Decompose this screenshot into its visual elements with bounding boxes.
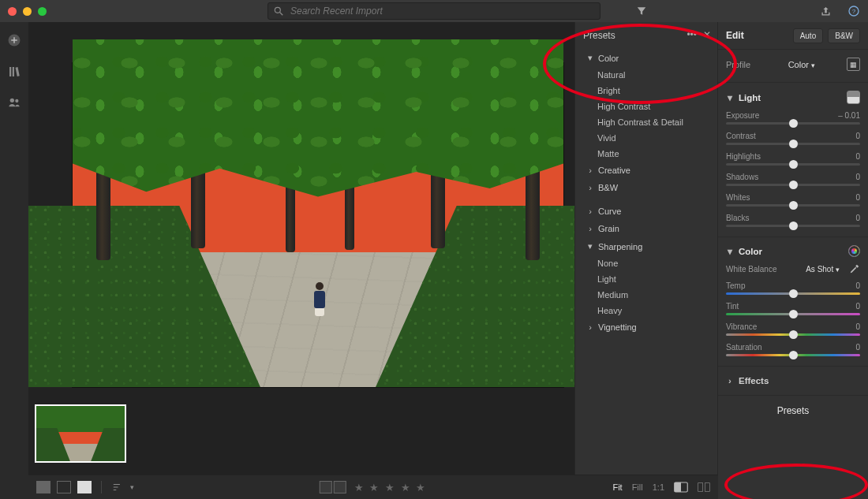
preset-group-label: Grain <box>598 224 619 233</box>
chevron-down-icon[interactable]: ▾ <box>726 246 734 257</box>
blacks-slider[interactable] <box>726 225 860 227</box>
chevron-right-icon: › <box>586 183 594 192</box>
slider-value[interactable]: 0 <box>855 281 860 290</box>
section-title: Light <box>739 93 761 102</box>
tone-curve-icon[interactable] <box>847 91 860 104</box>
preset-item[interactable]: Medium <box>575 287 717 303</box>
effects-section-header[interactable]: › Effects <box>718 367 868 396</box>
profile-browser-icon[interactable]: ▦ <box>847 58 860 71</box>
zoom-fit[interactable]: Fit <box>612 482 622 492</box>
chevron-down-icon: ▾ <box>836 266 840 274</box>
vibrance-slider[interactable] <box>726 333 860 336</box>
preset-group-label: B&W <box>598 183 618 192</box>
chevron-down-icon[interactable]: ▾ <box>130 483 134 491</box>
slider-label: Vibrance <box>726 322 757 331</box>
svg-text:?: ? <box>852 8 856 15</box>
highlights-slider[interactable] <box>726 163 860 166</box>
preset-item[interactable]: Light <box>575 271 717 287</box>
chevron-right-icon: › <box>586 207 594 216</box>
zoom-fill[interactable]: Fill <box>632 482 643 492</box>
help-icon[interactable]: ? <box>847 5 860 17</box>
slider-value[interactable]: 0 <box>855 132 860 140</box>
exposure-slider[interactable] <box>726 122 860 125</box>
window-controls <box>8 7 47 16</box>
flag-reject-icon[interactable] <box>334 481 346 493</box>
presets-close-icon[interactable]: ✕ <box>703 29 711 40</box>
preset-item[interactable]: Natural <box>575 67 717 83</box>
whites-slider[interactable] <box>726 204 860 207</box>
slider-value[interactable]: 0 <box>855 214 860 222</box>
slider-label: Whites <box>726 193 750 202</box>
zoom-1-1[interactable]: 1:1 <box>653 482 664 492</box>
slider-value[interactable]: 0 <box>855 343 860 352</box>
preset-group-label: Vignetting <box>598 322 637 332</box>
chevron-down-icon: ▾ <box>586 241 594 251</box>
sort-icon[interactable] <box>111 482 124 493</box>
search-input[interactable] <box>289 5 600 17</box>
detail-view-icon[interactable] <box>77 481 92 493</box>
profile-select[interactable]: Color ▾ <box>788 60 815 69</box>
add-photos-icon[interactable] <box>7 33 21 47</box>
preset-group-color[interactable]: ▾ Color <box>575 49 717 67</box>
tint-slider[interactable] <box>726 313 860 315</box>
preset-item[interactable]: Bright <box>575 83 717 99</box>
preset-group-sharpening[interactable]: ▾ Sharpening <box>575 237 717 255</box>
slider-value[interactable]: – 0.01 <box>838 111 860 120</box>
slider-value[interactable]: 0 <box>855 322 860 331</box>
preset-item[interactable]: None <box>575 255 717 271</box>
presets-button[interactable]: Presets <box>718 396 868 426</box>
preset-group-bw[interactable]: › B&W <box>575 179 717 196</box>
title-bar: ? <box>0 0 868 23</box>
preset-group-curve[interactable]: › Curve <box>575 203 717 220</box>
slider-value[interactable]: 0 <box>855 173 860 181</box>
chevron-down-icon: ▾ <box>811 61 815 69</box>
rating-stars[interactable]: ★ ★ ★ ★ ★ <box>354 482 427 493</box>
main-photo[interactable] <box>73 63 563 387</box>
compare-icon[interactable] <box>698 482 710 493</box>
chevron-down-icon[interactable]: ▾ <box>726 92 734 103</box>
chevron-right-icon: › <box>726 376 734 385</box>
contrast-slider[interactable] <box>726 143 860 145</box>
library-icon[interactable] <box>7 65 21 79</box>
preset-item[interactable]: Heavy <box>575 303 717 318</box>
preset-group-creative[interactable]: › Creative <box>575 162 717 179</box>
preset-group-vignetting[interactable]: › Vignetting <box>575 318 717 336</box>
bw-button[interactable]: B&W <box>828 28 860 43</box>
zoom-window-icon[interactable] <box>38 7 47 16</box>
flag-pick-icon[interactable] <box>320 481 332 493</box>
share-icon[interactable] <box>820 6 832 17</box>
preset-item[interactable]: High Contrast <box>575 99 717 114</box>
shadows-slider[interactable] <box>726 184 860 186</box>
slider-label: Temp <box>726 281 745 290</box>
presets-panel: Presets ••• ✕ ▾ Color Natural Bright Hig… <box>574 22 718 475</box>
saturation-slider[interactable] <box>726 354 860 356</box>
color-section: ▾ Color White Balance As Shot ▾ Temp0 Ti… <box>718 237 868 367</box>
search-box[interactable] <box>268 2 600 20</box>
light-section: ▾ Light Exposure– 0.01 Contrast0 Highlig… <box>718 83 868 237</box>
temp-slider[interactable] <box>726 292 860 295</box>
auto-button[interactable]: Auto <box>793 28 824 43</box>
filter-icon[interactable] <box>636 6 647 17</box>
square-grid-icon[interactable] <box>57 481 71 493</box>
chevron-down-icon: ▾ <box>586 53 594 63</box>
grid-view-icon[interactable] <box>36 481 51 493</box>
preset-item[interactable]: High Contrast & Detail <box>575 114 717 130</box>
show-original-icon[interactable] <box>674 482 688 493</box>
color-mixer-icon[interactable] <box>848 245 860 257</box>
thumbnail[interactable] <box>35 404 126 463</box>
wb-select[interactable]: As Shot ▾ <box>806 265 840 274</box>
people-icon[interactable] <box>7 96 21 109</box>
presets-more-icon[interactable]: ••• <box>687 29 697 40</box>
slider-value[interactable]: 0 <box>855 152 860 161</box>
close-window-icon[interactable] <box>8 7 17 16</box>
slider-value[interactable]: 0 <box>855 193 860 202</box>
preset-item[interactable]: Matte <box>575 146 717 162</box>
minimize-window-icon[interactable] <box>23 7 32 16</box>
eyedropper-icon[interactable] <box>849 263 860 274</box>
preset-group-grain[interactable]: › Grain <box>575 220 717 237</box>
section-title: Color <box>739 247 762 256</box>
preset-item[interactable]: Vivid <box>575 130 717 146</box>
slider-value[interactable]: 0 <box>855 302 860 311</box>
chevron-right-icon: › <box>586 322 594 332</box>
slider-label: Blacks <box>726 214 749 222</box>
